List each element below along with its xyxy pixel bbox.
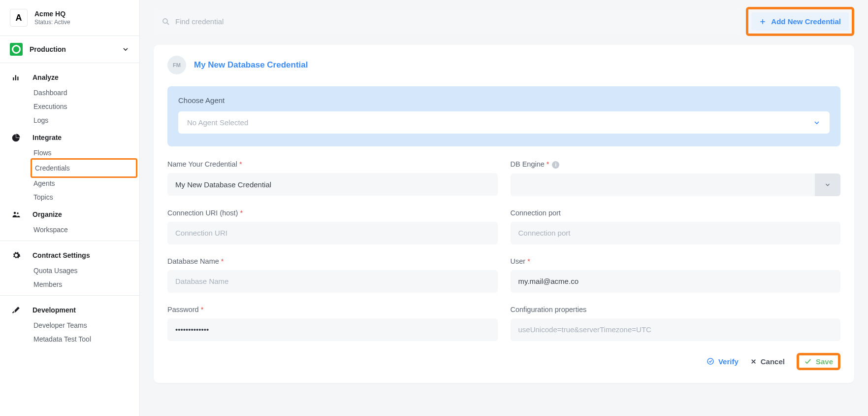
nav-item-logs[interactable]: Logs: [0, 113, 139, 127]
select-engine[interactable]: [511, 173, 841, 196]
input-config[interactable]: [511, 318, 841, 341]
chevron-down-icon: [813, 119, 821, 127]
info-icon[interactable]: i: [552, 161, 559, 169]
highlight-add-credential: Add New Credential: [746, 7, 854, 36]
nav-item-credentials[interactable]: Credentials: [35, 161, 133, 175]
nav-item-quota[interactable]: Quota Usages: [0, 264, 139, 277]
label-config: Configuration properties: [511, 306, 841, 313]
svg-point-4: [17, 212, 18, 214]
org-name: Acme HQ: [34, 10, 70, 18]
highlight-credentials: Credentials: [31, 158, 137, 178]
nav-section-contract[interactable]: Contract Settings: [0, 245, 139, 264]
svg-line-6: [167, 23, 169, 25]
nav: Analyze Dashboard Executions Logs Integr…: [0, 63, 139, 350]
svg-rect-1: [15, 75, 16, 81]
label-user: User*: [511, 257, 841, 265]
pie-chart-icon: [12, 133, 23, 142]
verify-icon: [707, 357, 714, 365]
field-user: User*: [511, 257, 841, 293]
label-name: Name Your Credential*: [167, 160, 498, 168]
cancel-label: Cancel: [761, 357, 785, 366]
svg-point-3: [14, 212, 16, 214]
svg-point-5: [163, 19, 167, 23]
nav-section-organize[interactable]: Organize: [0, 204, 139, 223]
save-label: Save: [816, 357, 833, 366]
environment-selector[interactable]: Production: [0, 35, 139, 63]
field-uri: Connection URI (host)*: [167, 209, 498, 244]
svg-rect-2: [17, 77, 18, 81]
nav-section-analyze[interactable]: Analyze: [0, 67, 139, 86]
label-port: Connection port: [511, 209, 841, 217]
close-icon: [750, 358, 757, 365]
tools-icon: [12, 306, 23, 314]
label-engine: DB Engine*i: [511, 160, 841, 169]
agent-select-placeholder: No Agent Selected: [187, 118, 248, 127]
bar-chart-icon: [12, 73, 23, 82]
nav-section-integrate[interactable]: Integrate: [0, 127, 139, 146]
input-dbname[interactable]: [167, 270, 498, 293]
add-new-credential-button[interactable]: Add New Credential: [751, 12, 849, 31]
input-name[interactable]: [167, 173, 498, 196]
label-dbname: Database Name*: [167, 257, 498, 265]
main: Add New Credential FM My New Database Cr…: [140, 0, 868, 416]
select-engine-toggle[interactable]: [815, 173, 840, 196]
input-uri[interactable]: [167, 222, 498, 244]
field-password: Password*: [167, 306, 498, 341]
nav-item-agents[interactable]: Agents: [0, 176, 139, 190]
org-header[interactable]: A Acme HQ Status: Active: [0, 0, 139, 35]
agent-select[interactable]: No Agent Selected: [178, 111, 830, 134]
svg-rect-0: [13, 77, 14, 80]
nav-section-label: Organize: [32, 210, 62, 218]
verify-label: Verify: [718, 357, 739, 366]
input-password[interactable]: [167, 318, 498, 341]
input-user[interactable]: [511, 270, 841, 293]
nav-item-executions[interactable]: Executions: [0, 100, 139, 113]
cancel-button[interactable]: Cancel: [750, 357, 785, 366]
nav-item-dev-teams[interactable]: Developer Teams: [0, 318, 139, 332]
nav-section-label: Development: [32, 306, 76, 314]
nav-item-flows[interactable]: Flows: [0, 146, 139, 160]
people-icon: [12, 210, 23, 219]
input-port[interactable]: [511, 222, 841, 244]
add-btn-label: Add New Credential: [771, 17, 841, 26]
nav-item-members[interactable]: Members: [0, 277, 139, 291]
agent-label: Choose Agent: [178, 96, 830, 104]
label-uri: Connection URI (host)*: [167, 209, 498, 217]
gear-icon: [12, 251, 23, 260]
highlight-save: Save: [797, 353, 840, 370]
panel-title: My New Database Credential: [194, 60, 308, 70]
nav-section-label: Contract Settings: [32, 251, 90, 259]
org-status: Status: Active: [34, 19, 70, 26]
label-password: Password*: [167, 306, 498, 313]
chevron-down-icon: [122, 45, 129, 53]
field-port: Connection port: [511, 209, 841, 244]
nav-section-label: Analyze: [32, 73, 59, 81]
credential-avatar: FM: [167, 56, 186, 74]
nav-section-development[interactable]: Development: [0, 300, 139, 318]
agent-box: Choose Agent No Agent Selected: [167, 86, 840, 146]
sidebar: A Acme HQ Status: Active Production Anal…: [0, 0, 140, 416]
nav-section-label: Integrate: [32, 134, 62, 141]
nav-item-dashboard[interactable]: Dashboard: [0, 86, 139, 100]
search-icon: [161, 17, 170, 26]
search-wrapper: [154, 11, 740, 33]
topbar: Add New Credential: [154, 7, 854, 36]
form-grid: Name Your Credential* DB Engine*i Connec…: [167, 160, 840, 341]
environment-icon: [10, 43, 23, 56]
field-dbname: Database Name*: [167, 257, 498, 293]
divider: [0, 295, 139, 296]
plus-icon: [759, 18, 766, 25]
nav-item-workspace[interactable]: Workspace: [0, 223, 139, 237]
field-name: Name Your Credential*: [167, 160, 498, 196]
save-button[interactable]: Save: [804, 357, 833, 366]
panel-header: FM My New Database Credential: [167, 56, 840, 74]
nav-item-metadata[interactable]: Metadata Test Tool: [0, 332, 139, 346]
check-icon: [804, 357, 812, 365]
field-config: Configuration properties: [511, 306, 841, 341]
action-bar: Verify Cancel Save: [167, 353, 840, 370]
search-input[interactable]: [154, 11, 740, 33]
nav-item-topics[interactable]: Topics: [0, 190, 139, 204]
verify-button[interactable]: Verify: [707, 357, 739, 366]
divider: [0, 241, 139, 241]
org-logo: A: [10, 9, 28, 27]
